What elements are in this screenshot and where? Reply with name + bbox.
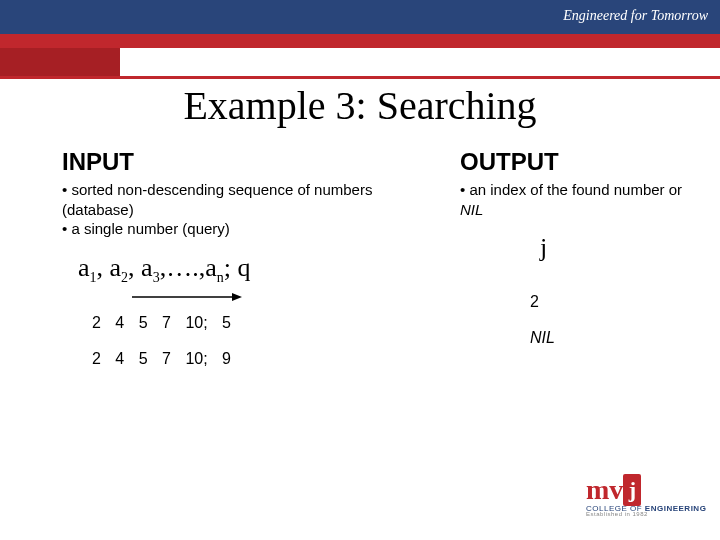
top-red-accent [0,48,120,76]
mvj-logo: mvj COLLEGE OF ENGINEERING Established i… [586,474,706,530]
output-value-2: NIL [530,329,700,347]
input-heading: INPUT [62,148,412,176]
output-bullet-nil: NIL [460,201,483,218]
input-column: INPUT • sorted non-descending sequence o… [62,148,412,368]
logo-letter-v: v [609,474,623,506]
output-column: OUTPUT • an index of the found number or… [460,148,700,347]
logo-letter-m: m [586,474,609,506]
output-bullet-prefix: • an index of the found number or [460,181,682,198]
top-blue-bar: Engineered for Tomorrow [0,0,720,34]
sequence-notation: a1, a2, a3,….,an; q [78,253,412,286]
logo-letter-j: j [623,474,641,506]
seq-an: a [205,253,217,282]
input-description: • sorted non-descending sequence of numb… [62,180,412,239]
top-red-bar [0,34,720,48]
tagline: Engineered for Tomorrow [563,8,708,24]
seq-dots: ,…., [160,253,206,282]
output-description: • an index of the found number or NIL [460,180,700,219]
output-heading: OUTPUT [460,148,700,176]
arrow-icon [132,290,412,304]
input-bullet-2: • a single number (query) [62,220,230,237]
example-row-2: 2 4 5 7 10; 9 [92,350,412,368]
seq-a3: a [141,253,153,282]
seq-a1: a [78,253,90,282]
example-row-1: 2 4 5 7 10; 5 [92,314,412,332]
svg-marker-1 [232,293,242,301]
seq-a2: a [110,253,122,282]
seq-q: ; q [224,253,251,282]
output-value-1: 2 [530,293,700,311]
output-j: j [540,233,700,263]
input-bullet-1: • sorted non-descending sequence of numb… [62,181,372,218]
top-red-line [0,76,720,79]
slide-title: Example 3: Searching [0,82,720,129]
